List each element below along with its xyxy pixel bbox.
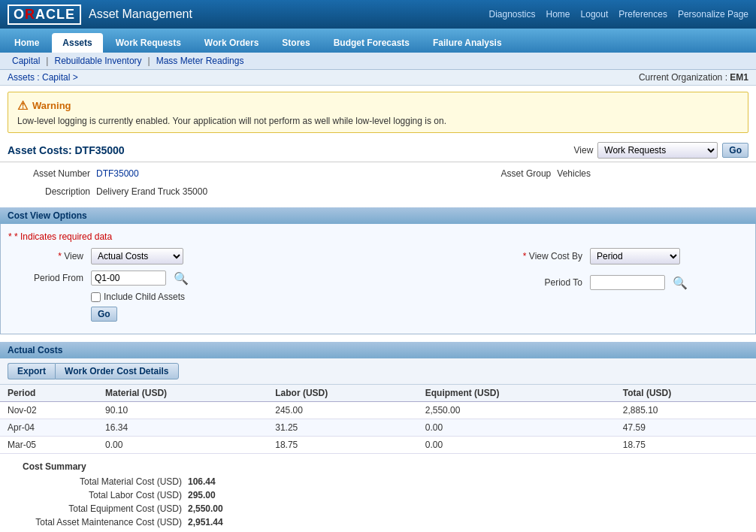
view-cost-by-row: * View Cost By Period Year Total [507,248,688,264]
costs-button-row: Export Work Order Cost Details [0,358,756,385]
sub-nav-rebuildable[interactable]: Rebuildable Inventory [50,56,146,66]
summary-labor-label: Total Labor Cost (USD) [23,490,188,500]
breadcrumb-assets[interactable]: Assets [8,72,35,83]
warning-box: ⚠ Warning Low-level logging is currently… [8,92,748,133]
warning-icon: ⚠ [17,98,28,113]
cell-labor-0: 245.00 [268,402,418,419]
export-button[interactable]: Export [8,363,55,379]
cell-labor-1: 31.25 [268,419,418,437]
view-select[interactable]: Work Requests [597,142,718,159]
asset-number-row: Asset Number DTF35000 [15,168,207,179]
tab-budget-forecasts[interactable]: Budget Forecasts [323,33,420,53]
summary-total-label: Total Asset Maintenance Cost (USD) [23,517,188,527]
breadcrumb: Assets : Capital > [8,72,78,83]
cell-total-2: 18.75 [615,437,756,454]
app-title: Asset Management [89,8,192,21]
period-to-search-icon[interactable]: 🔍 [673,276,688,290]
table-row: Mar-05 0.00 18.75 0.00 18.75 [0,437,756,454]
summary-labor-value: 295.00 [188,490,216,500]
summary-material-label: Total Material Cost (USD) [23,476,188,487]
nav-logout[interactable]: Logout [581,9,609,20]
asset-number-label: Asset Number [15,168,90,179]
warning-title: ⚠ Warning [17,98,739,113]
period-to-input[interactable] [590,275,665,290]
period-from-label: Period From [8,273,83,283]
cell-labor-2: 18.75 [268,437,418,454]
view-cost-by-dropdown[interactable]: Period Year Total [590,248,680,264]
tab-home[interactable]: Home [4,33,50,53]
tab-assets[interactable]: Assets [52,33,102,53]
period-from-input[interactable] [91,271,166,286]
period-to-label: Period To [507,277,582,288]
nav-preferences[interactable]: Preferences [618,9,667,20]
cost-view-go-button[interactable]: Go [91,307,117,322]
cost-view-options-section: Cost View Options * * Indicates required… [0,207,756,334]
main-tabs: Home Assets Work Requests Work Orders St… [0,29,756,53]
include-child-checkbox[interactable] [91,292,101,302]
asset-group-row: Asset Group Vehicles [476,168,591,179]
cell-total-1: 47.59 [615,419,756,437]
summary-material-row: Total Material Cost (USD) 106.44 [23,476,733,487]
cell-material-1: 16.34 [98,419,268,437]
view-go-button[interactable]: Go [722,143,748,158]
period-from-row: Period From 🔍 [8,271,189,286]
summary-labor-row: Total Labor Cost (USD) 295.00 [23,490,733,500]
view-bar-label: View [574,145,594,156]
table-row: Apr-04 16.34 31.25 0.00 47.59 [0,419,756,437]
tab-failure-analysis[interactable]: Failure Analysis [422,33,513,53]
sub-nav-mass-meter[interactable]: Mass Meter Readings [152,56,249,66]
cost-table-header-row: Period Material (USD) Labor (USD) Equipm… [0,385,756,402]
tab-stores[interactable]: Stores [271,33,320,53]
nav-diagnostics[interactable]: Diagnostics [488,9,535,20]
actual-costs-section: Actual Costs Export Work Order Cost Deta… [0,342,756,532]
tab-work-orders[interactable]: Work Orders [194,33,269,53]
summary-equipment-row: Total Equipment Cost (USD) 2,550.00 [23,503,733,514]
cell-period-2: Mar-05 [0,437,98,454]
asset-number-link[interactable]: DTF35000 [96,168,139,179]
cell-equipment-2: 0.00 [418,437,615,454]
breadcrumb-capital[interactable]: Capital [42,72,70,83]
top-header: ORACLE Asset Management Diagnostics Home… [0,0,756,29]
sub-nav: Capital | Rebuildable Inventory | Mass M… [0,53,756,70]
summary-total-maintenance-row: Total Asset Maintenance Cost (USD) 2,951… [23,517,733,527]
current-org-label: Current Organization : [639,72,727,83]
sub-nav-divider-1: | [46,56,48,66]
cost-summary: Cost Summary Total Material Cost (USD) 1… [0,454,756,532]
view-dropdown[interactable]: Actual Costs Committed Costs Total Costs [91,248,183,264]
current-org-value: EM1 [730,72,748,83]
cell-material-2: 0.00 [98,437,268,454]
summary-equipment-value: 2,550.00 [188,503,223,514]
top-nav: Diagnostics Home Logout Preferences Pers… [488,9,748,20]
sub-nav-divider-2: | [148,56,150,66]
cell-equipment-0: 2,550.00 [418,402,615,419]
breadcrumb-bar: Assets : Capital > Current Organization … [0,70,756,86]
cell-period-0: Nov-02 [0,402,98,419]
nav-personalize[interactable]: Personalize Page [678,9,748,20]
cost-view-options-header: Cost View Options [0,207,756,224]
view-bar: View Work Requests Go [574,142,748,159]
include-child-label[interactable]: Include Child Assets [91,292,185,302]
cell-equipment-1: 0.00 [418,419,615,437]
asset-group-label: Asset Group [476,168,551,179]
col-material: Material (USD) [98,385,268,402]
sub-nav-capital[interactable]: Capital [8,56,44,66]
cell-period-1: Apr-04 [0,419,98,437]
view-cost-by-label: * View Cost By [507,251,582,261]
cell-material-0: 90.10 [98,402,268,419]
asset-group-value: Vehicles [557,168,591,179]
work-order-cost-details-button[interactable]: Work Order Cost Details [55,363,178,379]
asset-description-label: Description [15,186,90,197]
summary-material-value: 106.44 [188,476,216,487]
actual-costs-header: Actual Costs [0,342,756,358]
period-to-row: Period To 🔍 [507,275,688,290]
warning-label: Warning [32,100,71,111]
tab-work-requests[interactable]: Work Requests [105,33,192,53]
asset-description-row: Description Delivery Erand Truck 35000 [15,186,207,197]
nav-home[interactable]: Home [546,9,570,20]
col-period: Period [0,385,98,402]
warning-text: Low-level logging is currently enabled. … [17,116,739,126]
view-field-label: * View [8,251,83,261]
period-from-search-icon[interactable]: 🔍 [174,271,189,286]
cost-table: Period Material (USD) Labor (USD) Equipm… [0,385,756,454]
cost-summary-title: Cost Summary [23,461,733,472]
